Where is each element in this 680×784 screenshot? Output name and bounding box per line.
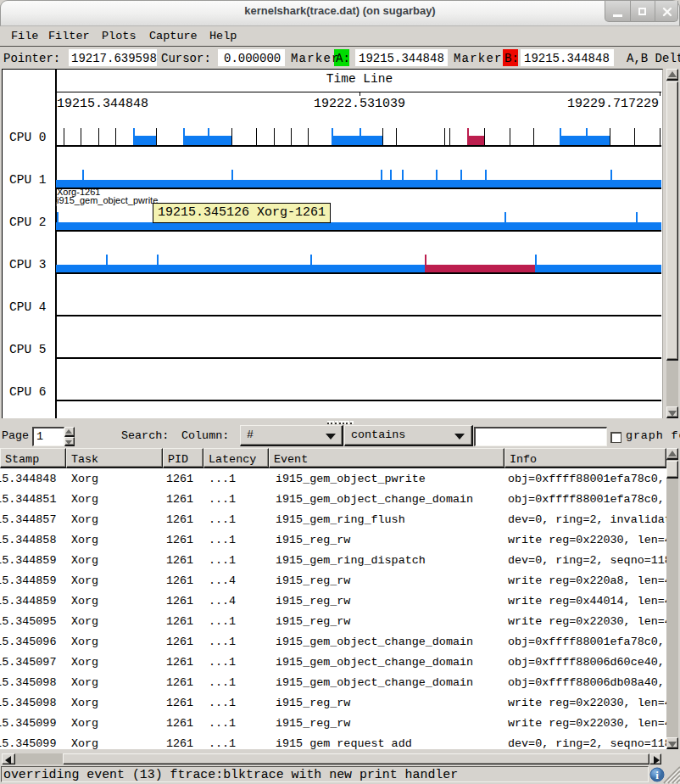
svg-text:i: i: [655, 769, 659, 781]
